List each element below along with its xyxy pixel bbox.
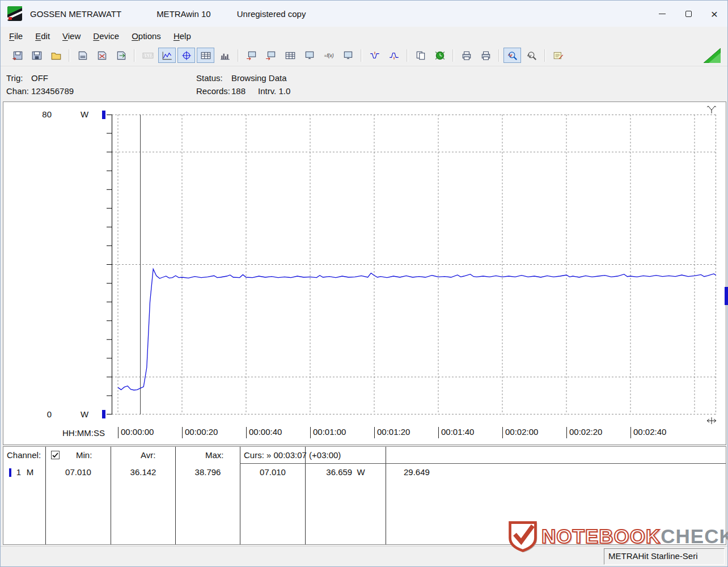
trend-view-button[interactable] [158, 48, 176, 63]
zoom2-icon [526, 50, 537, 61]
window-controls: × [649, 1, 727, 27]
device-settings-button[interactable] [243, 48, 260, 63]
minimize-icon [659, 14, 666, 14]
cell-channel: 1 [15, 467, 23, 477]
minimize-button[interactable] [649, 1, 675, 27]
x-tick-label: 00:01:40 [438, 427, 474, 438]
notebookcheck-shield-icon [506, 520, 539, 553]
menu-file[interactable]: File [3, 29, 29, 43]
cursor-view-button[interactable] [177, 48, 195, 63]
copy-icon [415, 50, 426, 61]
toolbar-separator [407, 49, 408, 62]
right-edge-marker[interactable] [725, 287, 728, 305]
zoom-amplitude-button[interactable] [523, 48, 540, 63]
x-axis-title: HH:MM:SS [62, 428, 105, 438]
card-erase-button[interactable] [93, 48, 111, 63]
envelope-min-button[interactable] [366, 48, 383, 63]
menu-device[interactable]: Device [87, 29, 125, 43]
maximize-icon [685, 11, 692, 17]
col-header-cursor: Curs: » 00:03:07 (+03:00) [244, 450, 341, 460]
table-divider [386, 447, 386, 544]
title-bar: GOSSEN METRAWATT METRAwin 10 Unregistere… [1, 1, 727, 27]
y-cursor-handle[interactable] [706, 104, 717, 115]
table-divider [175, 447, 176, 544]
toolbar-separator [498, 49, 500, 62]
histogram-view-button[interactable] [216, 48, 234, 63]
x-tick-label: 00:02:20 [566, 427, 602, 438]
zoom-time-button[interactable] [503, 48, 521, 63]
table-view-button[interactable] [197, 48, 214, 63]
printer-icon [461, 50, 472, 61]
cell-delta: 29.649 [404, 467, 430, 477]
monitor-icon [342, 50, 354, 61]
x-tick-label: 00:01:00 [310, 427, 346, 438]
card-out-icon [116, 50, 127, 61]
menu-options[interactable]: Options [125, 29, 167, 43]
menu-view[interactable]: View [56, 29, 87, 43]
title-brand: GOSSEN METRAWATT [30, 9, 121, 19]
monitor-icon [304, 50, 315, 61]
comment-note-button[interactable] [549, 48, 567, 63]
disk-arrow-icon [12, 50, 23, 61]
x-axis-row: HH:MM:SS 00:00:0000:00:2000:00:4000:01:0… [3, 426, 726, 440]
table-row[interactable]: 1 M 07.010 36.142 38.796 07.010 36.659 W… [3, 466, 726, 480]
formula-fx-button[interactable] [320, 48, 337, 63]
title-app-name: METRAwin 10 [156, 9, 211, 19]
card-export-button[interactable] [112, 48, 130, 63]
channel-range-marker-top [102, 111, 105, 119]
x-tick-label: 00:02:40 [630, 427, 666, 438]
app-logo-icon [7, 6, 22, 21]
toolbar-separator [134, 49, 136, 62]
numeric-icon [142, 50, 154, 61]
screen-arrow-icon [246, 50, 257, 61]
timer-record-button[interactable] [431, 48, 448, 63]
card-x-icon [96, 50, 108, 61]
pc-display-button[interactable] [339, 48, 357, 63]
device-read-button[interactable] [262, 48, 280, 63]
fx-icon [323, 50, 335, 61]
status-line: Status:Browsing Data [196, 71, 290, 84]
screen-arrow-icon [265, 50, 277, 61]
trend-icon [162, 50, 173, 61]
watermark-text-secondary: CHECK [661, 525, 728, 548]
device-program-button[interactable] [281, 48, 299, 63]
plot-area[interactable] [106, 115, 716, 414]
print-button[interactable] [458, 48, 475, 63]
card-read-button[interactable] [74, 48, 91, 63]
y-axis-unit-bottom: W [81, 409, 88, 419]
menu-help[interactable]: Help [167, 29, 197, 43]
crosshair-icon [181, 50, 192, 61]
notebookcheck-watermark: NOTEBOOK CHECK [506, 520, 728, 553]
histogram-icon [219, 50, 231, 61]
col-header-min: Min: [76, 450, 92, 460]
device-monitor-button[interactable] [300, 48, 318, 63]
col-header-channel: Channel: [7, 450, 41, 460]
table-divider [111, 447, 111, 544]
copy-clipboard-button[interactable] [412, 48, 429, 63]
toolbar [1, 45, 727, 66]
open-data-window-button[interactable] [9, 48, 26, 63]
menu-edit[interactable]: Edit [29, 29, 56, 43]
note-icon [553, 50, 564, 61]
cell-min: 07.010 [46, 467, 110, 477]
open-file-button[interactable] [47, 48, 65, 63]
watermark-text-primary: NOTEBOOK [541, 525, 661, 548]
channel-range-marker-bottom [102, 410, 105, 418]
save-file-button[interactable] [28, 48, 45, 63]
toolbar-separator [361, 49, 362, 62]
channel-visible-checkbox[interactable] [51, 451, 60, 459]
y-axis-min-label: 0 [35, 409, 52, 419]
printer-icon [480, 50, 492, 61]
toolbar-separator [238, 49, 239, 62]
x-tick-label: 00:00:20 [182, 427, 218, 438]
close-button[interactable]: × [701, 1, 727, 27]
maximize-button[interactable] [675, 1, 701, 27]
zoom-icon [507, 50, 518, 61]
y-axis-unit-top: W [81, 109, 88, 119]
cell-cursor2: 36.659 W [306, 467, 385, 477]
wave-min-icon [369, 50, 380, 61]
print-report-button[interactable] [477, 48, 494, 63]
envelope-max-button[interactable] [385, 48, 403, 63]
numeric-display-button[interactable] [139, 48, 156, 63]
x-cursor-handle[interactable] [706, 416, 717, 425]
